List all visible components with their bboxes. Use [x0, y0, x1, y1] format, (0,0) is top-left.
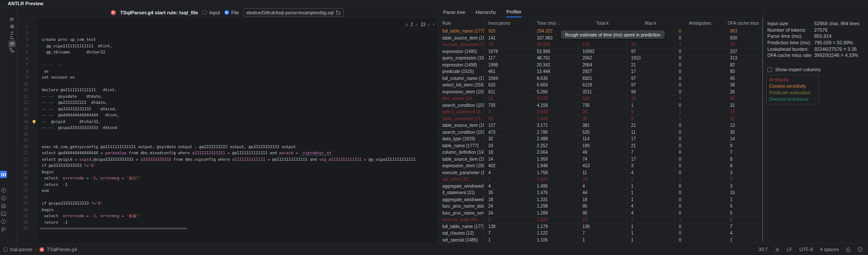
expert-columns-row[interactable]: Show expert columns	[767, 67, 821, 72]
indent-setting[interactable]: 4 spaces	[820, 247, 839, 252]
code-line[interactable]: 4 @p_vipa1111111111111 dtint,	[17, 43, 437, 50]
profiler-row[interactable]: func_proc_name_serv...241.28995405	[438, 210, 761, 217]
run-icon[interactable]	[0, 187, 7, 193]
vertical-scrollbar[interactable]	[762, 17, 763, 242]
read-only-pencil-icon[interactable]	[775, 247, 780, 252]
problems-icon[interactable]	[0, 219, 7, 225]
code-line[interactable]: 22select @vipid = vipid,@vipa33333333333…	[17, 156, 437, 163]
profiler-row[interactable]: sql_union (15...11.54216519	[438, 176, 761, 183]
column-header[interactable]: DFA cache miss	[726, 21, 761, 26]
profiler-row[interactable]: column_definition (1421)182.06449707	[438, 149, 761, 156]
file-radio[interactable]: File	[224, 10, 239, 15]
tab-parse-tree[interactable]: Parse tree	[443, 7, 465, 17]
profiler-row[interactable]: search_condition (1517)4702.78652511030	[438, 129, 761, 136]
column-header[interactable]: Invocations	[484, 21, 533, 26]
profiler-row[interactable]: execute_parameter (1...41.75811403	[438, 170, 761, 177]
code-line[interactable]: 30begin	[17, 207, 437, 213]
hierarchy-icon[interactable]	[8, 46, 16, 53]
notifications-icon[interactable]	[858, 247, 863, 252]
profiler-row[interactable]: select_statement (4...33.949289118	[438, 109, 761, 116]
code-line[interactable]: 8 as	[17, 68, 437, 75]
profiler-row[interactable]: set_special (1485)11.1051101	[438, 237, 761, 244]
profiler-row[interactable]: expression (1498)199820.342206421082	[438, 62, 761, 69]
profiler-row[interactable]: data_type (1829)322.48811417014	[438, 136, 761, 143]
intention-bulb-icon[interactable]	[33, 120, 36, 123]
tab-hierarchy[interactable]: Hierarchy	[476, 7, 496, 17]
profiler-row[interactable]: sql_clauses (12)71.1227104	[438, 230, 761, 237]
profiler-row[interactable]: table_source_item (15...141.959741708	[438, 156, 761, 163]
code-line[interactable]: 21select @a444444444444444 = paravalue f…	[17, 150, 437, 156]
profiler-row[interactable]: full_column_name (17...10948.63583019704…	[438, 76, 761, 83]
unlock-icon[interactable]	[846, 247, 851, 252]
code-line[interactable]: 15—— —— @a444444444444444 dtint,	[17, 112, 437, 119]
horizontal-scrollbar[interactable]	[39, 228, 187, 229]
code-line[interactable]: 2	[17, 30, 437, 37]
profiler-row[interactable]: query_expression (1527)11748.76120621910…	[438, 55, 761, 62]
column-header[interactable]: Time (ms) ⌄	[533, 21, 578, 26]
code-line[interactable]: 26 return -1	[17, 182, 437, 188]
profiler-row[interactable]: expression (1495)197852.99910982970237	[438, 49, 761, 56]
profiler-row[interactable]: full_table_name (1773)1391.179139107	[438, 224, 761, 231]
code-line[interactable]: 32 return -1	[17, 219, 437, 226]
line-ending[interactable]: LF	[787, 247, 792, 252]
antlr-preview-stripe-button[interactable]	[0, 171, 7, 178]
profiler-row[interactable]: predicate (1525)46113.444292717080	[438, 69, 761, 76]
code-editor[interactable]: 123create proc up_com_test4 @p_vipa11111…	[17, 18, 437, 243]
code-line[interactable]: 18	[17, 131, 437, 138]
code-line[interactable]: 7-- -- --	[17, 62, 437, 68]
terminal-icon[interactable]	[0, 211, 7, 217]
services-icon[interactable]	[0, 203, 7, 209]
code-line[interactable]: 3create proc up_com_test	[17, 36, 437, 43]
profiler-row[interactable]: execute_body (40...21.22023716	[438, 217, 761, 224]
next-problem-icon[interactable]: ∨	[432, 23, 435, 26]
profiler-row[interactable]: search_condition (1519)7354.1587351031	[438, 103, 761, 109]
profiler-row[interactable]: func_proc_name_data...241.29895405	[438, 203, 761, 210]
profiler-row[interactable]: select_list_elem (1592)6326.669612997038	[438, 82, 761, 89]
code-line[interactable]: 23if @a333333333333 !='0'	[17, 162, 437, 169]
git-branch-icon[interactable]	[0, 226, 7, 232]
code-line[interactable]: 31 select errorcode = -1, errormsg = '准备…	[17, 213, 437, 219]
antlr-tool-icon[interactable]: A	[0, 195, 7, 201]
file-path-field[interactable]: ebelice/Github/tsql-parser/examples/big.…	[243, 8, 344, 17]
code-line[interactable]: 24begin	[17, 169, 437, 176]
code-line[interactable]: 11declare @a1111111111111 dtint,	[17, 87, 437, 93]
code-line[interactable]: 28	[17, 194, 437, 201]
column-header[interactable]: Ambiguities	[674, 21, 726, 26]
code-line[interactable]: 20exec nb_com_getsysconfig @a11111111111…	[17, 144, 437, 150]
encoding[interactable]: UTF-8	[799, 247, 813, 252]
column-header[interactable]: Total k	[578, 21, 627, 26]
caret-position[interactable]: 30:7	[759, 247, 768, 252]
folder-icon[interactable]	[336, 10, 341, 15]
input-radio[interactable]: Input	[202, 10, 220, 15]
profiler-row[interactable]: expression_elem (1590)6115.266321199026	[438, 89, 761, 96]
profiler-row[interactable]: expression_elem (1589)4021.948413308	[438, 163, 761, 170]
code-line[interactable]: 10	[17, 81, 437, 87]
profiler-row[interactable]: table_constraint (13...523.448968152	[438, 116, 761, 123]
code-line[interactable]: 13—— —— @a2222222222 dtdate,	[17, 99, 437, 106]
breadcrumb-project[interactable]: tsql-parser	[10, 247, 33, 252]
profiler-row[interactable]: aggregate_windowed...41.4954103	[438, 183, 761, 190]
column-header[interactable]: Rule	[438, 21, 484, 26]
code-line[interactable]: 6	[17, 56, 437, 62]
code-line[interactable]: 25 select errorcode = -1, errormsg = '执行…	[17, 175, 437, 182]
code-line[interactable]: 5 @p_tblname dtchar32	[17, 49, 437, 56]
refresh-icon[interactable]: ⟳	[8, 16, 16, 23]
code-line[interactable]: 19	[17, 137, 437, 144]
profiler-row[interactable]: aggregate_windowed...181.33118101	[438, 197, 761, 204]
profiler-row[interactable]: table_name (1777)332.2521992109	[438, 143, 761, 150]
breadcrumb-file[interactable]: TSqlParser.g4	[47, 247, 77, 252]
code-line[interactable]: 9set nocount on	[17, 74, 437, 81]
code-line[interactable]: 17—— —— @vipa333333333333 dtkind	[17, 125, 437, 131]
code-line[interactable]: 1	[17, 24, 437, 30]
profiler-row[interactable]: table_source_item (15...1273.17138121013	[438, 123, 761, 129]
tab-profiler[interactable]: Profiler	[506, 7, 522, 17]
prev-problem-icon[interactable]: ∧	[427, 23, 430, 26]
inspections-widget[interactable]: ⚠2 ✓23 ∧ ∨	[405, 22, 435, 27]
column-header[interactable]: Max k	[627, 21, 674, 26]
code-line[interactable]: 27end	[17, 188, 437, 194]
code-line[interactable]: 16—— @vipid dtchar32,	[17, 119, 437, 125]
profiler-row[interactable]: execute_statement (2...7456.99811814192	[438, 42, 761, 49]
code-line[interactable]: 12—— —— @sysdate dtdate,	[17, 93, 437, 100]
checkbox-icon[interactable]	[767, 67, 772, 72]
profiler-row[interactable]: dml_clause (14...214.97018215146	[438, 96, 761, 103]
